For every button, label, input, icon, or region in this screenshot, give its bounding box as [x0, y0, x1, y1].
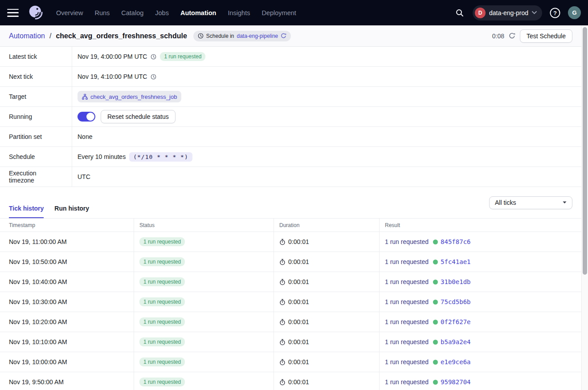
- tick-duration: 0:00:01: [288, 358, 309, 366]
- latest-tick-status-badge: 1 run requested: [160, 52, 205, 61]
- run-status-dot-icon: [433, 360, 438, 365]
- nav-item[interactable]: Deployment: [261, 9, 296, 16]
- table-row: Nov 19, 10:00:00 AM 1 run requested 0:00…: [0, 352, 581, 372]
- tick-duration: 0:00:01: [288, 318, 309, 325]
- run-status-dot-icon: [433, 320, 438, 325]
- title-bar: Automation / check_avg_orders_freshness_…: [0, 25, 581, 47]
- timezone-value: UTC: [78, 173, 90, 180]
- timezone-row: Execution timezone UTC: [0, 167, 581, 187]
- search-icon[interactable]: [453, 6, 466, 20]
- tick-result-link[interactable]: 1 run requested: [385, 358, 429, 366]
- tick-status-badge: 1 run requested: [139, 237, 185, 246]
- column-header-status: Status: [134, 219, 274, 232]
- page-title: check_avg_orders_freshness_schdule: [56, 32, 187, 40]
- next-tick-time: Nov 19, 4:10:00 PM UTC: [78, 73, 147, 80]
- partition-set-row: Partition set None: [0, 127, 581, 147]
- pipeline-link[interactable]: data-eng-pipeline: [237, 33, 278, 39]
- partition-set-label: Partition set: [0, 127, 72, 146]
- clock-icon: [151, 74, 156, 80]
- tick-duration: 0:00:01: [288, 378, 309, 386]
- tick-duration: 0:00:01: [288, 278, 309, 285]
- run-status-dot-icon: [433, 280, 438, 284]
- tab-run-history[interactable]: Run history: [54, 205, 89, 218]
- refresh-icon[interactable]: [281, 33, 286, 39]
- tick-timestamp: Nov 19, 10:20:00 AM: [9, 318, 67, 325]
- cron-expression: (*/10 * * * *): [129, 152, 192, 162]
- run-id-link[interactable]: 95982704: [441, 378, 470, 386]
- next-tick-label: Next tick: [0, 67, 72, 86]
- nav-item[interactable]: Insights: [228, 9, 250, 16]
- scrollbar-thumb[interactable]: [583, 27, 587, 275]
- table-row: Nov 19, 10:40:00 AM 1 run requested 0:00…: [0, 272, 581, 292]
- stopwatch-icon: [279, 379, 286, 386]
- column-header-result: Result: [379, 219, 581, 232]
- run-id-link[interactable]: 5fc41ae1: [441, 258, 470, 265]
- stopwatch-icon: [279, 299, 286, 305]
- latest-tick-label: Latest tick: [0, 47, 72, 66]
- svg-text:?: ?: [553, 9, 557, 16]
- tick-result-link[interactable]: 1 run requested: [385, 298, 429, 305]
- table-row: Nov 19, 11:00:00 AM 1 run requested 0:00…: [0, 232, 581, 252]
- timezone-label: Execution timezone: [0, 167, 72, 187]
- nav-item[interactable]: Overview: [56, 9, 83, 16]
- tick-result-link[interactable]: 1 run requested: [385, 278, 429, 285]
- tab-tick-history[interactable]: Tick history: [9, 205, 44, 218]
- deployment-switcher[interactable]: D data-eng-prod: [473, 5, 542, 20]
- refresh-countdown: 0:08: [492, 32, 504, 40]
- breadcrumb-separator: /: [49, 32, 51, 40]
- tick-result-link[interactable]: 1 run requested: [385, 378, 429, 386]
- help-icon[interactable]: ?: [548, 6, 562, 20]
- nav-right: D data-eng-prod ? G: [453, 5, 581, 20]
- column-header-duration: Duration: [274, 219, 379, 232]
- target-job-chip[interactable]: check_avg_orders_freshness_job: [78, 91, 181, 102]
- table-row: Nov 19, 10:30:00 AM 1 run requested 0:00…: [0, 292, 581, 312]
- nav-item[interactable]: Catalog: [121, 9, 143, 16]
- schedule-row: Schedule Every 10 minutes (*/10 * * * *): [0, 147, 581, 167]
- table-row: Nov 19, 10:50:00 AM 1 run requested 0:00…: [0, 252, 581, 272]
- tick-result-link[interactable]: 1 run requested: [385, 318, 429, 325]
- table-header: Timestamp Status Duration Result: [0, 219, 581, 232]
- tick-status-badge: 1 run requested: [139, 358, 185, 366]
- menu-icon[interactable]: [7, 8, 19, 17]
- tick-result-link[interactable]: 1 run requested: [385, 238, 429, 245]
- reset-schedule-status-button[interactable]: Reset schedule status: [101, 110, 176, 123]
- run-status-dot-icon: [433, 300, 438, 305]
- run-id-link[interactable]: 31b0e1db: [441, 278, 470, 285]
- test-schedule-button[interactable]: Test Schedule: [520, 29, 572, 43]
- tick-filter-select[interactable]: All ticks: [489, 196, 572, 209]
- stopwatch-icon: [279, 359, 286, 366]
- tick-duration: 0:00:01: [288, 338, 309, 345]
- run-id-link[interactable]: b5a9a2e4: [441, 338, 470, 345]
- job-graph-icon: [82, 94, 88, 100]
- run-id-link[interactable]: 0f2f627e: [441, 318, 470, 325]
- tick-timestamp: Nov 19, 10:40:00 AM: [9, 278, 67, 285]
- partition-set-value: None: [78, 133, 92, 140]
- tick-status-badge: 1 run requested: [139, 317, 185, 326]
- nav-item[interactable]: Automation: [180, 9, 216, 16]
- history-tabs-row: Tick history Run history All ticks: [0, 187, 581, 218]
- latest-tick-time: Nov 19, 4:00:00 PM UTC: [78, 53, 147, 60]
- run-id-link[interactable]: e1e9ce6a: [441, 358, 470, 366]
- tick-timestamp: Nov 19, 10:10:00 AM: [9, 338, 67, 345]
- refresh-icon[interactable]: [509, 32, 515, 39]
- target-job-link[interactable]: check_avg_orders_freshness_job: [90, 93, 177, 100]
- running-toggle[interactable]: [78, 112, 95, 122]
- deployment-name: data-eng-prod: [489, 9, 528, 16]
- title-actions: 0:08 Test Schedule: [492, 29, 572, 43]
- run-id-link[interactable]: 75cd5b6b: [441, 298, 470, 305]
- nav-item[interactable]: Runs: [94, 9, 110, 16]
- run-id-link[interactable]: 845f87c6: [441, 238, 470, 245]
- tick-result-link[interactable]: 1 run requested: [385, 338, 429, 345]
- tick-result-link[interactable]: 1 run requested: [385, 258, 429, 265]
- nav-item[interactable]: Jobs: [155, 9, 169, 16]
- stopwatch-icon: [279, 319, 286, 325]
- table-row: Nov 19, 10:20:00 AM 1 run requested 0:00…: [0, 312, 581, 332]
- dagster-logo-icon[interactable]: [28, 4, 45, 21]
- user-avatar[interactable]: G: [568, 6, 581, 19]
- breadcrumb-automation-link[interactable]: Automation: [9, 32, 45, 40]
- stopwatch-icon: [279, 259, 286, 265]
- main-nav: Overview Runs Catalog Jobs Automation In…: [56, 9, 296, 16]
- tick-timestamp: Nov 19, 9:50:00 AM: [9, 378, 64, 386]
- tick-status-badge: 1 run requested: [139, 378, 185, 386]
- table-row: Nov 19, 10:10:00 AM 1 run requested 0:00…: [0, 332, 581, 352]
